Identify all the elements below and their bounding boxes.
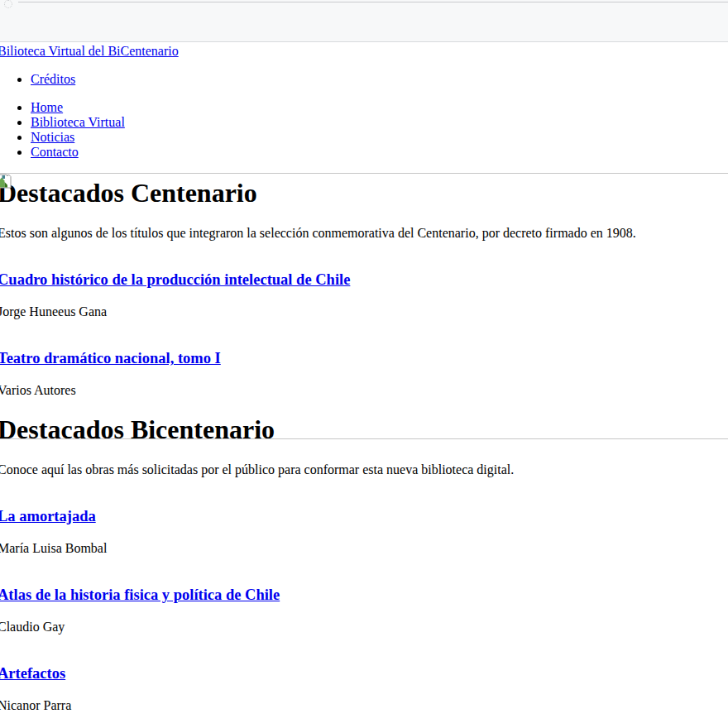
book-title-artefactos: Artefactos (0, 665, 728, 682)
book-link-teatro-dramatico[interactable]: Teatro dramático nacional, tomo I (0, 350, 221, 366)
book-author-huneeus: Jorge Huneeus Gana (0, 304, 728, 319)
top-bar-divider (18, 2, 728, 2)
section-divider-top (0, 173, 728, 174)
book-link-atlas[interactable]: Atlas de la historia fisica y política d… (0, 587, 280, 603)
book-title-teatro-dramatico: Teatro dramático nacional, tomo I (0, 350, 728, 367)
nav-link-home[interactable]: Home (31, 100, 63, 114)
nav-secondary: Créditos (0, 72, 728, 87)
site-home-link[interactable]: Bilioteca Virtual del BiCentenario (0, 44, 179, 58)
section-title-bicentenario: Destacados Bicentenario (0, 414, 728, 445)
book-link-artefactos[interactable]: Artefactos (0, 665, 65, 682)
focus-dot-fragment (4, 0, 12, 8)
section-bicentenario-header: Destacados Bicentenario (0, 414, 728, 445)
book-title-cuadro-historico: Cuadro histórico de la producción intele… (0, 271, 728, 289)
book-author-bombal: María Luisa Bombal (0, 541, 728, 556)
book-link-la-amortajada[interactable]: La amortajada (0, 508, 96, 524)
book-title-atlas: Atlas de la historia fisica y política d… (0, 587, 728, 604)
nav-link-contacto[interactable]: Contacto (31, 145, 79, 159)
section-title-centenario: Destacados Centenario (0, 178, 728, 208)
nav-item-creditos: Créditos (31, 72, 728, 87)
section-intro-bicentenario: Conoce aquí las obras más solicitadas po… (0, 462, 728, 477)
page-content: Bilioteca Virtual del BiCentenario Crédi… (0, 44, 728, 713)
section-intro-centenario: Estos son algunos de los títulos que int… (0, 226, 728, 241)
book-author-varios-autores: Varios Autores (0, 383, 728, 398)
book-title-la-amortajada: La amortajada (0, 508, 728, 525)
nav-link-biblioteca-virtual[interactable]: Biblioteca Virtual (31, 115, 125, 129)
book-author-claudio-gay: Claudio Gay (0, 620, 728, 635)
nav-item-biblioteca-virtual: Biblioteca Virtual (31, 115, 728, 130)
nav-link-creditos[interactable]: Créditos (31, 72, 75, 86)
nav-item-home: Home (31, 100, 728, 115)
nav-item-noticias: Noticias (31, 130, 728, 145)
nav-primary: Home Biblioteca Virtual Noticias Contact… (0, 100, 728, 160)
broken-image-icon (0, 174, 12, 189)
nav-link-noticias[interactable]: Noticias (31, 130, 74, 144)
book-link-cuadro-historico[interactable]: Cuadro histórico de la producción intele… (0, 271, 350, 288)
top-bar (0, 0, 728, 42)
nav-item-contacto: Contacto (31, 145, 728, 160)
book-author-nicanor-parra: Nicanor Parra (0, 698, 728, 713)
site-header: Bilioteca Virtual del BiCentenario (0, 44, 728, 59)
section-centenario-header: Destacados Centenario (0, 178, 728, 208)
